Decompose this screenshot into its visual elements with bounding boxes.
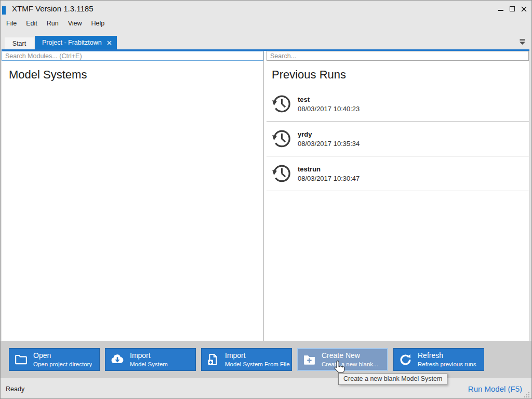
history-clock-icon xyxy=(272,129,291,149)
close-icon xyxy=(107,41,112,45)
run-item[interactable]: testrun 08/03/2017 10:30:47 xyxy=(267,156,529,191)
history-clock-icon xyxy=(272,94,291,114)
menu-file[interactable]: File xyxy=(2,19,21,28)
run-model-link[interactable]: Run Model (F5) xyxy=(468,384,522,393)
run-item[interactable]: yrdy 08/03/2017 10:35:34 xyxy=(267,122,529,156)
title-bar: XTMF Version 1.3.1185 xyxy=(1,1,531,17)
menu-view[interactable]: View xyxy=(63,19,87,28)
run-timestamp: 08/03/2017 10:40:23 xyxy=(298,105,360,113)
button-title: Import xyxy=(130,351,168,361)
tooltip-text: Create a new blank Model System xyxy=(343,375,442,382)
resize-grip[interactable] xyxy=(524,392,530,398)
refresh-previous-runs-button[interactable]: Refresh Refresh previous runs xyxy=(393,348,484,371)
tab-project[interactable]: Project - Frabitztown xyxy=(35,36,117,49)
tab-close-button[interactable] xyxy=(107,41,112,45)
status-bar: Ready Run Model (F5) xyxy=(1,378,531,399)
previous-runs-heading: Previous Runs xyxy=(267,61,529,82)
open-project-button[interactable]: Open Open project directory xyxy=(9,348,100,371)
run-timestamp: 08/03/2017 10:30:47 xyxy=(298,175,360,182)
tab-overflow-icon xyxy=(518,38,526,45)
history-clock-icon xyxy=(272,164,291,183)
run-name: yrdy xyxy=(298,130,360,138)
bottom-toolbar: Open Open project directory Import Model… xyxy=(1,341,531,378)
menu-edit[interactable]: Edit xyxy=(21,19,42,28)
folder-plus-icon xyxy=(302,353,316,367)
menu-help[interactable]: Help xyxy=(87,19,110,28)
run-name: test xyxy=(298,96,360,103)
tab-strip: Start Project - Frabitztown xyxy=(2,36,529,51)
button-text: Import Model System From File xyxy=(225,351,290,368)
xtmf-window: XTMF Version 1.3.1185 File Edit Run View… xyxy=(0,0,532,399)
tab-project-label: Project - Frabitztown xyxy=(42,39,102,46)
tab-start[interactable]: Start xyxy=(5,37,34,49)
button-title: Import xyxy=(225,351,290,361)
run-item-text: test 08/03/2017 10:40:23 xyxy=(298,96,360,113)
menu-bar: File Edit Run View Help xyxy=(2,18,109,29)
run-item[interactable]: test 08/03/2017 10:40:23 xyxy=(267,87,529,122)
button-title: Create New xyxy=(322,351,378,361)
button-title: Refresh xyxy=(418,351,476,361)
button-subtitle: Open project directory xyxy=(33,361,92,368)
open-folder-icon xyxy=(14,353,28,367)
run-name: testrun xyxy=(298,165,360,173)
run-timestamp: 08/03/2017 10:35:34 xyxy=(298,140,360,148)
tooltip: Create a new blank Model System xyxy=(338,373,447,385)
run-list: test 08/03/2017 10:40:23 yrdy 08/03/2017… xyxy=(267,87,529,191)
minimize-icon xyxy=(498,10,503,11)
file-plus-icon xyxy=(206,353,220,366)
model-systems-panel: Model Systems xyxy=(2,51,264,341)
button-text: Import Model System xyxy=(130,351,168,368)
button-text: Create New Create a new blank... xyxy=(322,351,378,368)
import-model-system-from-file-button[interactable]: Import Model System From File xyxy=(201,348,292,371)
button-text: Refresh Refresh previous runs xyxy=(418,351,476,368)
cloud-download-icon xyxy=(110,352,125,367)
maximize-icon xyxy=(510,6,515,11)
previous-runs-panel: Previous Runs test 08/03/2017 10:40:23 xyxy=(267,51,529,341)
close-icon xyxy=(521,6,527,12)
menu-run[interactable]: Run xyxy=(42,19,63,28)
close-button[interactable] xyxy=(518,2,529,16)
search-runs-input[interactable] xyxy=(267,51,529,61)
run-item-text: yrdy 08/03/2017 10:35:34 xyxy=(298,130,360,148)
button-subtitle: Model System xyxy=(130,361,168,368)
button-subtitle: Refresh previous runs xyxy=(418,361,476,368)
maximize-button[interactable] xyxy=(507,2,518,16)
create-new-model-system-button[interactable]: Create New Create a new blank... xyxy=(297,348,388,371)
window-title: XTMF Version 1.3.1185 xyxy=(12,4,93,13)
content-area: Model Systems Previous Runs test 08/03/2… xyxy=(2,51,529,341)
minimize-button[interactable] xyxy=(495,2,507,16)
window-controls xyxy=(495,1,529,17)
import-model-system-button[interactable]: Import Model System xyxy=(105,348,196,371)
app-icon xyxy=(2,6,6,15)
refresh-icon xyxy=(398,353,413,367)
run-item-text: testrun 08/03/2017 10:30:47 xyxy=(298,165,360,182)
button-text: Open Open project directory xyxy=(33,351,92,368)
button-subtitle: Model System From File xyxy=(225,361,290,368)
button-title: Open xyxy=(33,351,92,361)
status-text: Ready xyxy=(6,385,24,393)
tab-list-dropdown[interactable] xyxy=(517,37,527,46)
button-subtitle: Create a new blank... xyxy=(322,361,378,368)
model-systems-heading: Model Systems xyxy=(2,61,263,82)
search-modules-input[interactable] xyxy=(2,51,263,61)
